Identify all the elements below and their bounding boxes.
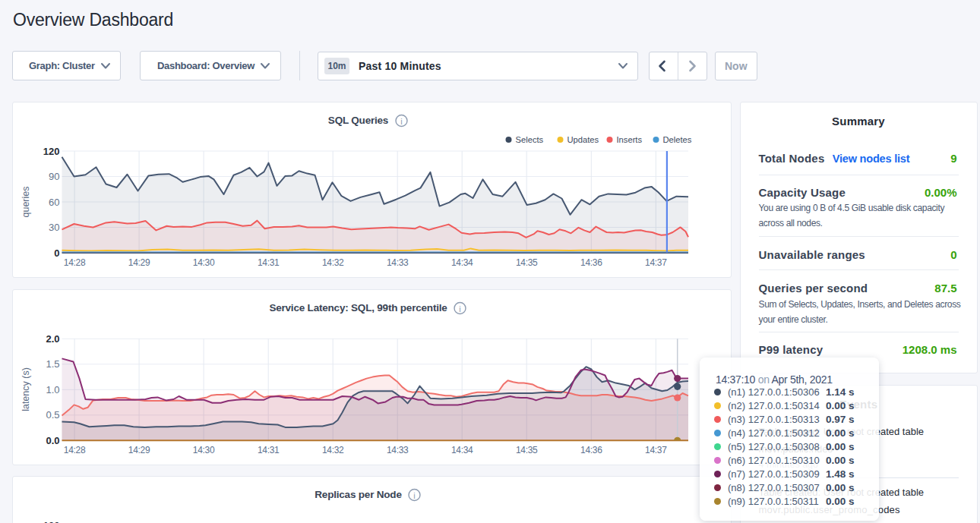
svg-text:queries: queries: [21, 187, 31, 218]
svg-text:14:36: 14:36: [580, 445, 602, 455]
svg-text:SQL Queries: SQL Queries: [327, 115, 387, 126]
svg-text:14:33: 14:33: [386, 445, 408, 455]
svg-text:latency (s): latency (s): [21, 367, 31, 411]
svg-text:14:29: 14:29: [128, 445, 150, 455]
svg-text:14:31: 14:31: [257, 445, 279, 455]
svg-text:14:28: 14:28: [63, 445, 85, 455]
svg-text:i: i: [400, 117, 402, 126]
svg-text:i: i: [413, 491, 415, 500]
svg-text:14:29: 14:29: [128, 257, 150, 268]
svg-text:90: 90: [49, 171, 59, 182]
svg-text:14:37: 14:37: [645, 445, 667, 455]
svg-text:14:32: 14:32: [321, 445, 343, 455]
svg-text:1.5: 1.5: [46, 358, 59, 370]
svg-text:14:33: 14:33: [386, 257, 408, 268]
svg-text:14:32: 14:32: [321, 257, 343, 268]
svg-text:Deletes: Deletes: [662, 135, 691, 144]
svg-text:14:28: 14:28: [63, 257, 85, 268]
svg-text:14:34: 14:34: [450, 445, 473, 455]
svg-text:1.0: 1.0: [46, 384, 59, 395]
svg-text:0.0: 0.0: [46, 435, 59, 446]
svg-text:30: 30: [49, 222, 59, 233]
svg-text:14:34: 14:34: [450, 257, 473, 268]
svg-text:120: 120: [43, 520, 59, 523]
svg-text:14:35: 14:35: [515, 257, 537, 268]
svg-text:14:30: 14:30: [192, 257, 214, 268]
svg-text:60: 60: [49, 197, 59, 208]
svg-text:Selects: Selects: [515, 135, 543, 144]
svg-text:14:36: 14:36: [580, 257, 602, 268]
svg-text:2.0: 2.0: [46, 333, 59, 345]
svg-text:0: 0: [54, 247, 59, 259]
svg-text:Updates: Updates: [567, 135, 599, 144]
svg-text:Service Latency: SQL, 99th per: Service Latency: SQL, 99th percentile: [269, 302, 447, 313]
svg-text:14:31: 14:31: [257, 257, 279, 268]
svg-text:Replicas per Node: Replicas per Node: [315, 489, 402, 500]
svg-text:i: i: [459, 304, 460, 313]
svg-text:14:35: 14:35: [515, 445, 537, 455]
svg-text:120: 120: [43, 146, 59, 157]
svg-text:14:30: 14:30: [192, 445, 214, 455]
svg-text:0.5: 0.5: [46, 409, 59, 421]
svg-text:14:37: 14:37: [645, 257, 667, 268]
svg-text:Inserts: Inserts: [616, 135, 642, 144]
